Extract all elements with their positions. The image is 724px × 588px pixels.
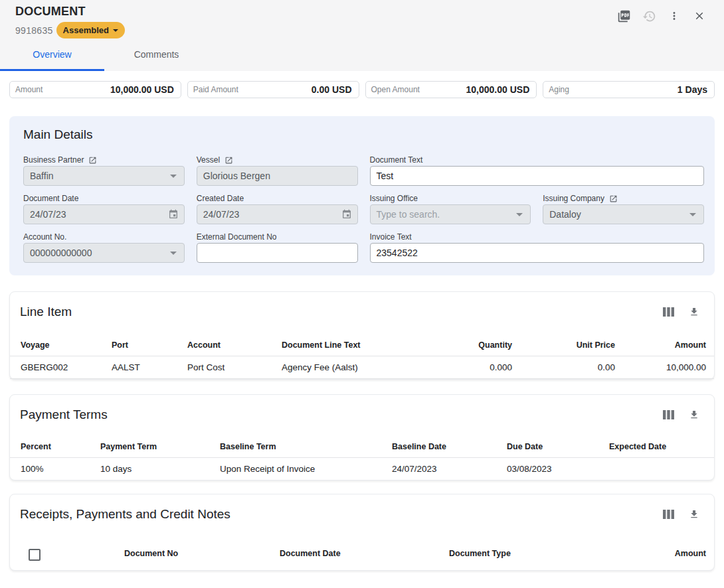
external-link-icon[interactable] (609, 194, 618, 203)
select-placeholder: Type to search. (377, 209, 440, 220)
tab-comments-label: Comments (134, 49, 179, 60)
col-header-due-date[interactable]: Due Date (507, 437, 609, 458)
summary-value: 10,000.00 USD (110, 84, 174, 95)
col-header-document-no[interactable]: Document No (124, 544, 280, 570)
pdf-export-icon[interactable] (611, 9, 636, 23)
download-icon[interactable] (689, 307, 699, 317)
dropdown-caret-icon (689, 213, 696, 216)
field-label: Vessel (197, 155, 358, 165)
issuing-office-select[interactable]: Type to search. (370, 204, 531, 224)
col-header-unit-price[interactable]: Unit Price (512, 335, 615, 356)
table-header-row: Document No Document Date Document Type … (10, 544, 714, 570)
more-vert-icon[interactable] (662, 9, 687, 23)
history-icon[interactable] (636, 9, 662, 23)
payment-terms-actions (663, 409, 699, 420)
cell-amount: 10,000.00 (615, 356, 714, 378)
table-row[interactable]: GBERG002 AALST Port Cost Agency Fee (Aal… (10, 356, 714, 378)
field-label: External Document No (197, 232, 358, 242)
line-item-actions (663, 307, 699, 317)
tab-overview[interactable]: Overview (0, 40, 104, 71)
line-item-section: Line Item Voyage Port Account Document L… (9, 291, 715, 380)
cell-expected-date (609, 458, 714, 480)
col-header-port[interactable]: Port (112, 335, 187, 356)
external-document-no-input[interactable] (197, 243, 358, 263)
summary-card-amount: Amount 10,000.00 USD (9, 81, 181, 98)
document-subheader: 9918635 Assembled (15, 22, 125, 38)
columns-icon[interactable] (663, 409, 674, 420)
summary-label: Open Amount (371, 85, 420, 94)
external-link-icon[interactable] (88, 156, 97, 165)
field-label-text: Document Text (370, 155, 423, 165)
line-item-header: Line Item (10, 292, 714, 319)
table-header-row: Voyage Port Account Document Line Text Q… (10, 335, 714, 356)
col-header-account[interactable]: Account (187, 335, 282, 356)
field-issuing-company: Issuing Company Dataloy (543, 193, 704, 224)
calendar-icon (168, 209, 179, 222)
columns-icon[interactable] (663, 307, 674, 317)
select-all-checkbox[interactable] (29, 549, 41, 561)
col-header-document-line-text[interactable]: Document Line Text (282, 335, 445, 356)
close-icon[interactable] (687, 9, 712, 23)
tab-comments[interactable]: Comments (104, 40, 209, 71)
account-no-select[interactable]: 000000000000 (23, 243, 185, 263)
dropdown-caret-icon (516, 213, 523, 216)
cell-account: Port Cost (187, 356, 282, 378)
invoice-text-input[interactable]: 23542522 (370, 243, 705, 263)
input-value: 23542522 (377, 248, 418, 258)
line-item-title: Line Item (20, 305, 663, 319)
col-header-quantity[interactable]: Quantity (445, 335, 512, 356)
receipts-actions (663, 509, 699, 520)
field-issuing-office: Issuing Office Type to search. (370, 193, 531, 224)
col-header-document-date[interactable]: Document Date (280, 544, 449, 570)
external-link-icon[interactable] (225, 156, 233, 165)
col-header-amount[interactable]: Amount (615, 544, 714, 570)
cell-port: AALST (112, 356, 187, 378)
col-header-voyage[interactable]: Voyage (10, 335, 112, 356)
download-icon[interactable] (689, 509, 699, 520)
dropdown-caret-icon (170, 252, 177, 255)
col-header-baseline-term[interactable]: Baseline Term (220, 437, 392, 458)
col-header-percent[interactable]: Percent (10, 437, 100, 458)
header-actions (611, 9, 712, 23)
col-header-amount[interactable]: Amount (615, 335, 714, 356)
col-header-payment-term[interactable]: Payment Term (100, 437, 220, 458)
vessel-input[interactable]: Glorious Bergen (197, 166, 358, 186)
field-label-text: External Document No (197, 232, 277, 242)
input-value: 24/07/23 (203, 209, 240, 220)
summary-value: 1 Days (678, 84, 707, 95)
field-invoice-text: Invoice Text 23542522 (370, 232, 705, 263)
created-date-input[interactable]: 24/07/23 (197, 204, 358, 224)
field-label: Document Text (370, 155, 705, 165)
col-header-expected-date[interactable]: Expected Date (609, 437, 714, 458)
field-account-no: Account No. 000000000000 (23, 232, 185, 263)
document-number: 9918635 (15, 25, 53, 36)
field-label: Issuing Company (543, 193, 704, 204)
business-partner-select[interactable]: Baffin (23, 166, 185, 186)
col-header-baseline-date[interactable]: Baseline Date (392, 437, 507, 458)
line-item-table: Voyage Port Account Document Line Text Q… (10, 335, 714, 379)
table-row[interactable]: 100% 10 days Upon Receipt of Invoice 24/… (10, 458, 714, 480)
select-value: Dataloy (549, 209, 581, 220)
cell-unit-price: 0.00 (512, 356, 615, 378)
field-label-text: Business Partner (23, 155, 84, 165)
select-value: Baffin (30, 171, 54, 181)
download-icon[interactable] (689, 409, 699, 420)
status-badge[interactable]: Assembled (56, 22, 125, 38)
summary-label: Paid Amount (193, 85, 238, 94)
field-document-text: Document Text Test (370, 155, 705, 186)
cell-document-line-text: Agency Fee (Aalst) (282, 356, 445, 378)
dialog-header: DOCUMENT 9918635 Assembled Overview Comm… (0, 0, 724, 71)
field-label: Created Date (197, 193, 358, 204)
issuing-company-select[interactable]: Dataloy (543, 204, 704, 224)
document-text-input[interactable]: Test (370, 166, 705, 186)
status-badge-label: Assembled (63, 25, 109, 35)
summary-label: Aging (549, 85, 569, 94)
columns-icon[interactable] (663, 509, 674, 520)
col-header-document-type[interactable]: Document Type (449, 544, 615, 570)
summary-card-paid-amount: Paid Amount 0.00 USD (187, 81, 359, 98)
payment-terms-section: Payment Terms Percent Payment Term Basel… (9, 394, 715, 480)
field-external-document-no: External Document No (197, 232, 358, 263)
document-date-input[interactable]: 24/07/23 (23, 204, 185, 224)
field-label: Invoice Text (370, 232, 705, 242)
field-created-date: Created Date 24/07/23 (197, 193, 358, 224)
